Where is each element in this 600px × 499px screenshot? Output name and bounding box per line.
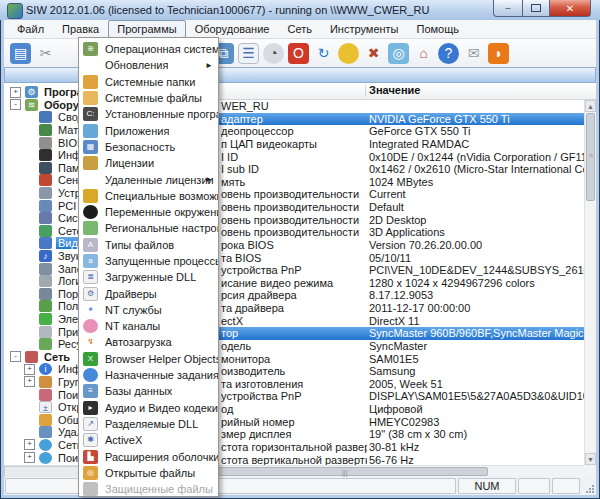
- table-row[interactable]: овень производительности Current: [195, 188, 584, 201]
- menu-item[interactable]: Приложения ►: [79, 122, 218, 138]
- tree-expander-icon[interactable]: -: [10, 351, 21, 362]
- table-column-header[interactable]: Значение: [195, 83, 596, 100]
- tree-expander-icon[interactable]: +: [24, 439, 35, 450]
- table-row[interactable]: адаптер NVIDIA GeForce GTX 550 Ti: [195, 113, 584, 126]
- menubar-item[interactable]: Правка: [53, 20, 108, 38]
- table-row-label: I ID: [221, 151, 367, 163]
- map-search-icon[interactable]: ◎: [388, 43, 409, 64]
- table-horizontal-scrollbar[interactable]: ◀ ▶: [195, 465, 584, 477]
- close-button[interactable]: ✕: [549, 0, 591, 17]
- value-column-header[interactable]: Значение: [369, 84, 420, 96]
- table-row[interactable]: I sub ID 0x1462 / 0x2610 (Micro-Star Int…: [195, 163, 584, 176]
- menu-item[interactable]: Системные файлы ►: [79, 90, 218, 106]
- menubar-item[interactable]: Сеть: [278, 20, 320, 38]
- table-row[interactable]: тор SyncMaster 960B/960BF,SyncMaster Mag…: [195, 327, 584, 340]
- menu-item[interactable]: Региональные настройки ►: [79, 220, 218, 236]
- menu-item[interactable]: ≡ Базы данных ►: [79, 383, 218, 399]
- table-row[interactable]: стота горизонтальной развертки 30-81 kHz: [195, 441, 584, 454]
- tree-expander-icon[interactable]: +: [24, 452, 35, 463]
- menu-item[interactable]: Удаленные лицензии ►: [79, 171, 218, 187]
- menu-item[interactable]: ▙ Расширения оболочки ►: [79, 448, 218, 464]
- menubar-item[interactable]: Помощь: [408, 20, 469, 38]
- submenu-arrow-icon: ►: [205, 61, 213, 70]
- menu-item[interactable]: Защищенные файлы ►: [79, 481, 218, 497]
- scroll-up-icon[interactable]: ▲: [585, 100, 596, 112]
- menu-item[interactable]: Системные папки ►: [79, 74, 218, 90]
- maximize-button[interactable]: [523, 0, 549, 17]
- menu-item[interactable]: NT каналы ►: [79, 318, 218, 334]
- table-row[interactable]: та драйвера 2011-12-17 00:00:00: [195, 302, 584, 315]
- table-row[interactable]: та изготовления 2005, Week 51: [195, 378, 584, 391]
- menu-item[interactable]: Переменные окружения ►: [79, 204, 218, 220]
- table-row[interactable]: I ID 0x10DE / 0x1244 (nVidia Corporation…: [195, 151, 584, 164]
- scroll-down-icon[interactable]: ▼: [585, 453, 596, 465]
- table-row[interactable]: оизводитель Samsung: [195, 365, 584, 378]
- rss-icon[interactable]: ◗: [488, 43, 509, 64]
- table-row[interactable]: монитора SAM01E5: [195, 353, 584, 366]
- minimize-button[interactable]: –: [493, 0, 523, 17]
- home-icon[interactable]: ⌂: [413, 43, 434, 64]
- table-row[interactable]: деопроцессор GeForce GTX 550 Ti: [195, 125, 584, 138]
- table-vertical-scrollbar[interactable]: ▲ ▼: [584, 100, 596, 465]
- tree-expander-icon[interactable]: +: [24, 376, 35, 387]
- mail-icon[interactable]: ✉: [463, 43, 484, 64]
- table-row[interactable]: одель SyncMaster: [195, 340, 584, 353]
- menu-item[interactable]: Обновления ►: [79, 57, 218, 73]
- table-row[interactable]: стота вертикальной развертки 56-76 Hz: [195, 454, 584, 466]
- table-row[interactable]: мять 1024 MBytes: [195, 176, 584, 189]
- table-row[interactable]: устройства PnP DISPLAY\SAM01E5\5&27A0A5D…: [195, 390, 584, 403]
- refresh-icon[interactable]: ↻: [313, 43, 334, 64]
- printers-icon: [39, 326, 52, 338]
- menu-item[interactable]: ▦ Безопасность ►: [79, 139, 218, 155]
- table-row[interactable]: та BIOS 05/10/11: [195, 252, 584, 265]
- tree-expander-icon[interactable]: -: [10, 99, 21, 110]
- menu-item[interactable]: ✦ NT службы ►: [79, 302, 218, 318]
- menu-item[interactable]: X Browser Helper Objects ►: [79, 351, 218, 367]
- table-row[interactable]: п ЦАП видеокарты Integrated RAMDAC: [195, 138, 584, 151]
- tree-expander-icon[interactable]: +: [24, 364, 35, 375]
- menubar-item[interactable]: Программы: [108, 20, 185, 38]
- cut-icon[interactable]: ✂: [35, 43, 56, 64]
- table-row[interactable]: рийный номер HMEYC02983: [195, 416, 584, 429]
- table-vscroll-thumb[interactable]: [586, 113, 595, 201]
- menu-item[interactable]: ≣ Загруженные DLL ►: [79, 269, 218, 285]
- menu-item[interactable]: ▸ Аудио и Видео кодеки ►: [79, 400, 218, 416]
- table-row[interactable]: устройства PnP PCI\VEN_10DE&DEV_1244&SUB…: [195, 264, 584, 277]
- table-row[interactable]: исание видео режима 1280 x 1024 x 429496…: [195, 277, 584, 290]
- report-list-icon[interactable]: ☰: [238, 43, 259, 64]
- table-row[interactable]: овень производительности 3D Applications: [195, 226, 584, 239]
- menu-item[interactable]: ↯ Автозагрузка ►: [79, 334, 218, 350]
- menu-item[interactable]: Назначенные задания ►: [79, 367, 218, 383]
- menu-item[interactable]: ✱ ActiveX ►: [79, 432, 218, 448]
- open-ports-icon: ±: [39, 401, 52, 413]
- menu-item[interactable]: ◎ Открытые файлы ►: [79, 465, 218, 481]
- tree-expander-icon[interactable]: +: [10, 87, 21, 98]
- table-row[interactable]: рсия драйвера 8.17.12.9053: [195, 289, 584, 302]
- resize-grip[interactable]: [582, 478, 595, 494]
- power-icon[interactable]: O: [288, 43, 309, 64]
- table-hscroll-thumb[interactable]: [208, 467, 488, 476]
- menu-item[interactable]: Лицензии ►: [79, 155, 218, 171]
- table-row[interactable]: змер дисплея 19" (38 cm x 30 cm): [195, 428, 584, 441]
- stopwatch-icon[interactable]: ◔: [263, 43, 284, 64]
- menubar-item[interactable]: Оборудование: [186, 20, 279, 38]
- menu-item[interactable]: ⚙ Драйверы ►: [79, 285, 218, 301]
- menu-item[interactable]: C: Установленные программы ►: [79, 106, 218, 122]
- menubar-item[interactable]: Инструменты: [321, 20, 408, 38]
- menu-item[interactable]: a Запущенные процессы ►: [79, 253, 218, 269]
- menu-item[interactable]: ↗ Разделяемые DLL ►: [79, 416, 218, 432]
- menu-item[interactable]: ≋ Операционная система ►: [79, 41, 218, 57]
- save-icon[interactable]: ▤: [10, 43, 31, 64]
- menubar-item[interactable]: Файл: [8, 20, 53, 38]
- table-row[interactable]: ectX DirectX 11: [195, 315, 584, 328]
- table-row[interactable]: WER_RU: [195, 100, 584, 113]
- table-row[interactable]: овень производительности 2D Desktop: [195, 214, 584, 227]
- menu-item[interactable]: A Типы файлов ►: [79, 237, 218, 253]
- tools-icon[interactable]: ✖: [363, 43, 384, 64]
- help-icon[interactable]: ?: [438, 43, 459, 64]
- table-row[interactable]: рока BIOS Version 70.26.20.00.00: [195, 239, 584, 252]
- table-row[interactable]: од Цифровой: [195, 403, 584, 416]
- menu-item[interactable]: Специальные возможности ►: [79, 188, 218, 204]
- key-icon[interactable]: [338, 43, 359, 64]
- table-row[interactable]: овень производительности Default: [195, 201, 584, 214]
